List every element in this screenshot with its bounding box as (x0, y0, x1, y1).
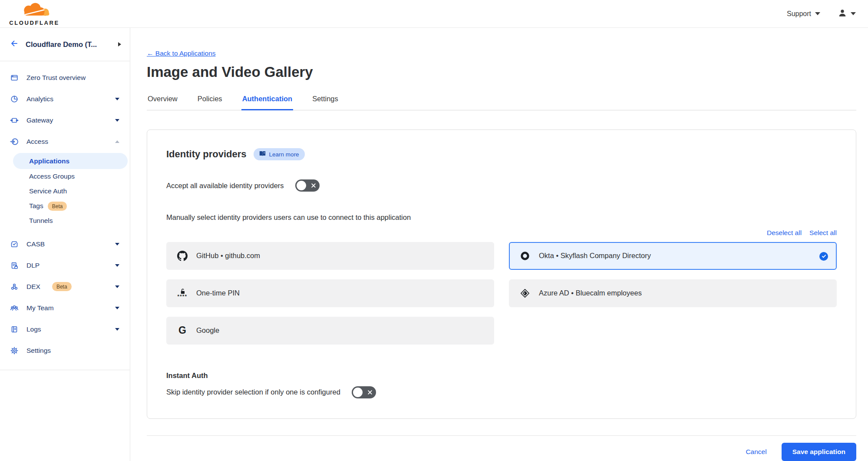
cloudflare-logo: CLOUDFLARE (6, 2, 63, 26)
provider-card-azure-ad[interactable]: Azure AD • Bluecalm employees (509, 279, 837, 307)
chevron-down-icon (115, 264, 119, 267)
provider-grid: GitHub • github.com Okta • Skyflash Comp… (166, 242, 837, 345)
sidebar-item-tunnels[interactable]: Tunnels (0, 213, 130, 228)
manual-select-text: Manually select identity providers users… (166, 213, 837, 222)
select-all-link[interactable]: Select all (809, 229, 837, 237)
sidebar: Cloudflare Demo (T... Zero Trust overvie… (0, 28, 130, 461)
sidebar-item-label: DLP (26, 262, 40, 269)
tab-authentication[interactable]: Authentication (241, 92, 294, 110)
logs-icon (10, 325, 19, 334)
form-footer: Cancel Save application (147, 435, 856, 461)
tab-settings[interactable]: Settings (311, 92, 339, 110)
sidebar-item-gateway[interactable]: Gateway (0, 109, 130, 131)
account-switcher[interactable]: Cloudflare Demo (T... (0, 28, 130, 61)
chevron-down-icon (851, 12, 856, 15)
sidebar-item-label: Applications (29, 157, 69, 165)
sidebar-item-tags[interactable]: Tags Beta (0, 199, 130, 213)
sidebar-item-dlp[interactable]: DLP (0, 255, 130, 276)
sidebar-item-applications[interactable]: Applications (13, 153, 128, 169)
beta-badge: Beta (52, 282, 72, 291)
sidebar-item-access-groups[interactable]: Access Groups (0, 169, 130, 184)
support-label: Support (787, 10, 811, 18)
document-lock-icon (10, 261, 19, 270)
provider-label: Google (196, 326, 219, 335)
instant-auth-heading: Instant Auth (166, 371, 837, 380)
page-title: Image and Video Gallery (147, 64, 856, 80)
network-nodes-icon (10, 282, 19, 291)
main-content: ← Back to Applications Image and Video G… (130, 28, 868, 461)
toggle-x-icon (368, 390, 372, 395)
sidebar-item-label: DEX (26, 283, 40, 291)
sidebar-item-label: Access (26, 138, 48, 146)
one-time-pin-icon: **** (177, 288, 188, 298)
gear-icon (10, 346, 19, 355)
gateway-icon (10, 116, 19, 125)
sidebar-item-access[interactable]: Access (0, 131, 130, 152)
accept-all-label: Accept all available identity providers (166, 182, 284, 190)
provider-label: One-time PIN (196, 289, 240, 297)
chevron-down-icon (115, 285, 119, 288)
sidebar-item-label: CASB (26, 240, 45, 248)
support-menu[interactable]: Support (787, 10, 820, 18)
cloudflare-cloud-icon (16, 2, 53, 19)
chevron-down-icon (115, 98, 119, 100)
sidebar-item-label: Access Groups (29, 172, 75, 180)
sidebar-item-service-auth[interactable]: Service Auth (0, 184, 130, 199)
user-icon (838, 8, 847, 20)
brand-text: CLOUDFLARE (9, 20, 59, 26)
learn-more-button[interactable]: Learn more (254, 148, 305, 160)
azure-ad-icon (519, 288, 531, 298)
provider-card-github[interactable]: GitHub • github.com (166, 242, 494, 270)
provider-card-google[interactable]: G Google (166, 317, 494, 345)
provider-label: Azure AD • Bluecalm employees (539, 289, 642, 297)
sidebar-item-label: Service Auth (29, 187, 67, 195)
sidebar-item-label: Settings (26, 347, 51, 355)
toggle-knob (297, 181, 306, 190)
instant-auth-label: Skip identity provider selection if only… (166, 388, 340, 396)
instant-auth-toggle[interactable] (352, 386, 376, 398)
chevron-up-icon (115, 140, 119, 143)
toggle-x-icon (311, 183, 316, 188)
sidebar-item-analytics[interactable]: Analytics (0, 88, 130, 109)
sidebar-item-my-team[interactable]: My Team (0, 297, 130, 318)
pin-mask: **** (177, 295, 187, 298)
provider-card-one-time-pin[interactable]: **** One-time PIN (166, 279, 494, 307)
tab-overview[interactable]: Overview (147, 92, 178, 110)
access-icon (10, 137, 19, 146)
chevron-down-icon (115, 328, 119, 331)
identity-providers-card: Identity providers Learn more Accept all… (147, 129, 856, 419)
beta-badge: Beta (48, 202, 67, 211)
selected-check-icon (819, 252, 828, 261)
sidebar-item-dex[interactable]: DEX Beta (0, 276, 130, 297)
github-icon (177, 251, 188, 261)
google-icon: G (177, 325, 188, 335)
tab-policies[interactable]: Policies (197, 92, 223, 110)
sidebar-item-label: Zero Trust overview (26, 74, 86, 82)
cancel-button[interactable]: Cancel (746, 448, 766, 456)
okta-icon (519, 251, 531, 261)
accept-all-toggle[interactable] (295, 179, 320, 192)
sidebar-item-label: My Team (26, 304, 54, 312)
back-to-applications-link[interactable]: ← Back to Applications (147, 50, 216, 57)
save-application-button[interactable]: Save application (782, 443, 856, 461)
chevron-right-icon (118, 42, 121, 46)
sidebar-item-label: Logs (26, 325, 41, 333)
toggle-knob (353, 388, 363, 397)
sidebar-item-casb[interactable]: CASB (0, 233, 130, 255)
sidebar-item-label: Analytics (26, 95, 53, 103)
sidebar-nav: Zero Trust overview Analytics (0, 61, 130, 370)
user-menu[interactable] (838, 8, 856, 20)
sidebar-item-zero-trust-overview[interactable]: Zero Trust overview (0, 67, 130, 88)
window-icon (10, 73, 19, 82)
sidebar-item-label: Gateway (26, 116, 53, 124)
provider-card-okta[interactable]: Okta • Skyflash Company Directory (509, 242, 837, 270)
provider-label: GitHub • github.com (196, 252, 260, 260)
pie-chart-icon (10, 95, 19, 103)
sidebar-divider (0, 370, 130, 370)
tab-bar: Overview Policies Authentication Setting… (147, 92, 856, 110)
book-icon (259, 151, 266, 158)
sidebar-item-logs[interactable]: Logs (0, 318, 130, 340)
sidebar-item-settings[interactable]: Settings (0, 340, 130, 361)
topbar: CLOUDFLARE Support (0, 0, 868, 28)
deselect-all-link[interactable]: Deselect all (767, 229, 802, 237)
